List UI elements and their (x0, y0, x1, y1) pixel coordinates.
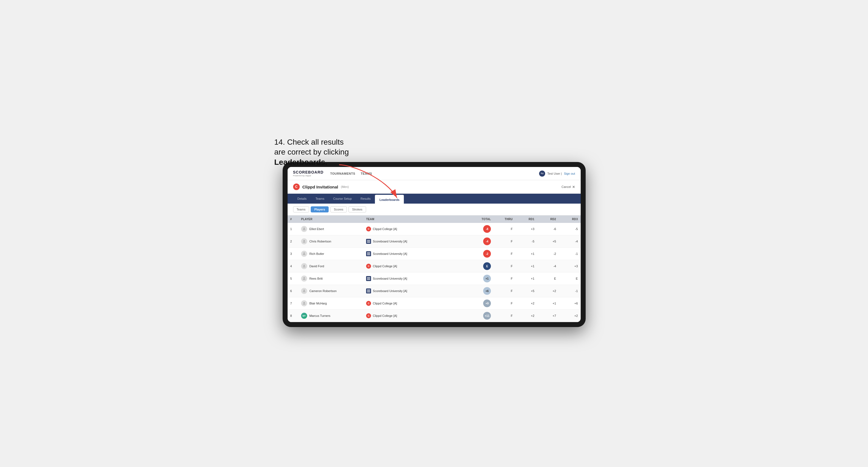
player-name: Chris Robertson (309, 240, 331, 243)
team-name: Scoreboard University [A] (373, 277, 407, 280)
nav-tournaments[interactable]: TOURNAMENTS (330, 171, 355, 176)
table-row: 7Blair McHargCClippd College [A]+9F+2+1+… (287, 297, 581, 310)
table-row: 6Cameron RobertsonScoreboard University … (287, 285, 581, 297)
cell-total: -4 (465, 235, 494, 248)
cell-team: Scoreboard University [A] (363, 285, 465, 297)
cell-rd3: E (559, 273, 581, 285)
cell-rd1: +3 (516, 223, 537, 235)
team-name: Scoreboard University [A] (373, 252, 407, 255)
tablet-frame: SCOREBOARD Powered by clippd TOURNAMENTS… (283, 162, 586, 327)
table-row: 2Chris RobertsonScoreboard University [A… (287, 235, 581, 248)
table-row: 8MTMarcus TurnersCClippd College [A]+11F… (287, 310, 581, 322)
cell-rank: 6 (287, 285, 298, 297)
tab-course-setup[interactable]: Course Setup (329, 194, 356, 204)
cell-rd2: +2 (537, 285, 559, 297)
team-name: Clippd College [A] (373, 227, 397, 230)
cell-thru: F (494, 285, 516, 297)
cell-rd3: +3 (559, 260, 581, 273)
logo-text: SCOREBOARD (293, 170, 324, 175)
leaderboard-table: # PLAYER TEAM TOTAL THRU RD1 RD2 RD3 1El… (287, 215, 581, 322)
player-name: Cameron Robertson (309, 289, 337, 292)
cell-rd2: +5 (537, 235, 559, 248)
cell-total: +11 (465, 310, 494, 322)
cell-player: Rich Butler (298, 248, 363, 260)
tournament-gender: (Men) (341, 185, 349, 188)
cell-rd3: -1 (559, 285, 581, 297)
cell-rd3: -4 (559, 235, 581, 248)
cell-rd2: +1 (537, 297, 559, 310)
instruction-block: 14. Check all results are correct by cli… (274, 137, 349, 167)
cell-rank: 5 (287, 273, 298, 285)
team-name: Scoreboard University [A] (373, 289, 407, 292)
table-row: 4David FordCClippd College [A]EF+1-4+3 (287, 260, 581, 273)
tab-details[interactable]: Details (293, 194, 311, 204)
tournament-header: C Clippd Invitational (Men) Cancel ✕ (287, 180, 581, 194)
cell-total: +6 (465, 285, 494, 297)
cell-thru: F (494, 297, 516, 310)
cell-rank: 3 (287, 248, 298, 260)
cell-team: CClippd College [A] (363, 260, 465, 273)
tab-teams[interactable]: Teams (311, 194, 329, 204)
tournament-name: Clippd Invitational (303, 185, 338, 189)
cell-rd2: +7 (537, 310, 559, 322)
table-row: 3Rich ButlerScoreboard University [A]-2F… (287, 248, 581, 260)
cell-rd3: -1 (559, 248, 581, 260)
player-name: Marcus Turners (309, 314, 330, 317)
instruction-line2: are correct by clicking (274, 148, 349, 156)
player-name: David Ford (309, 264, 324, 268)
cell-thru: F (494, 223, 516, 235)
nav-signout[interactable]: Sign out (564, 172, 575, 175)
cell-player: Chris Robertson (298, 235, 363, 248)
cell-rd3: +6 (559, 297, 581, 310)
cell-rank: 4 (287, 260, 298, 273)
col-team: TEAM (363, 215, 465, 223)
cell-rank: 2 (287, 235, 298, 248)
cell-rd1: -5 (516, 235, 537, 248)
subtab-players[interactable]: Players (311, 206, 329, 212)
user-avatar: TU (539, 170, 545, 177)
cell-team: Scoreboard University [A] (363, 273, 465, 285)
cell-rank: 7 (287, 297, 298, 310)
instruction-line1: 14. Check all results (274, 138, 344, 146)
cell-team: CClippd College [A] (363, 310, 465, 322)
cell-player: Blair McHarg (298, 297, 363, 310)
instruction-bold: Leaderboards. (274, 158, 328, 166)
tab-bar: Details Teams Course Setup Results Leade… (287, 194, 581, 204)
nav-teams[interactable]: TEAMS (361, 171, 372, 176)
player-name: Elliot Ebert (309, 227, 324, 230)
cell-total: +1 (465, 273, 494, 285)
cell-player: Rees Britt (298, 273, 363, 285)
cell-rank: 1 (287, 223, 298, 235)
cell-total: -8 (465, 223, 494, 235)
cell-rd1: +5 (516, 285, 537, 297)
col-total: TOTAL (465, 215, 494, 223)
tablet-screen: SCOREBOARD Powered by clippd TOURNAMENTS… (287, 167, 581, 322)
cancel-button[interactable]: Cancel ✕ (561, 185, 575, 189)
subtab-scores[interactable]: Scores (330, 206, 347, 212)
team-name: Clippd College [A] (373, 264, 397, 268)
tab-results[interactable]: Results (356, 194, 375, 204)
cell-rd3: +2 (559, 310, 581, 322)
logo-sub: Powered by clippd (293, 175, 324, 177)
cell-player: Elliot Ebert (298, 223, 363, 235)
team-name: Clippd College [A] (373, 314, 397, 317)
subtab-strokes[interactable]: Strokes (348, 206, 366, 212)
cell-thru: F (494, 273, 516, 285)
cell-total: +9 (465, 297, 494, 310)
player-name: Rich Butler (309, 252, 324, 255)
tab-leaderboards[interactable]: Leaderboards (375, 195, 404, 204)
table-row: 1Elliot EbertCClippd College [A]-8F+3-6-… (287, 223, 581, 235)
cell-team: Scoreboard University [A] (363, 235, 465, 248)
cell-player: Cameron Robertson (298, 285, 363, 297)
nav-user: Test User | (547, 172, 562, 175)
cell-rank: 8 (287, 310, 298, 322)
col-rd3: RD3 (559, 215, 581, 223)
cell-total: E (465, 260, 494, 273)
cell-rd2: -4 (537, 260, 559, 273)
nav-links: TOURNAMENTS TEAMS (330, 171, 539, 176)
cell-thru: F (494, 260, 516, 273)
col-thru: THRU (494, 215, 516, 223)
cell-rd1: +1 (516, 273, 537, 285)
cell-rd2: -2 (537, 248, 559, 260)
subtab-teams[interactable]: Teams (293, 206, 309, 212)
